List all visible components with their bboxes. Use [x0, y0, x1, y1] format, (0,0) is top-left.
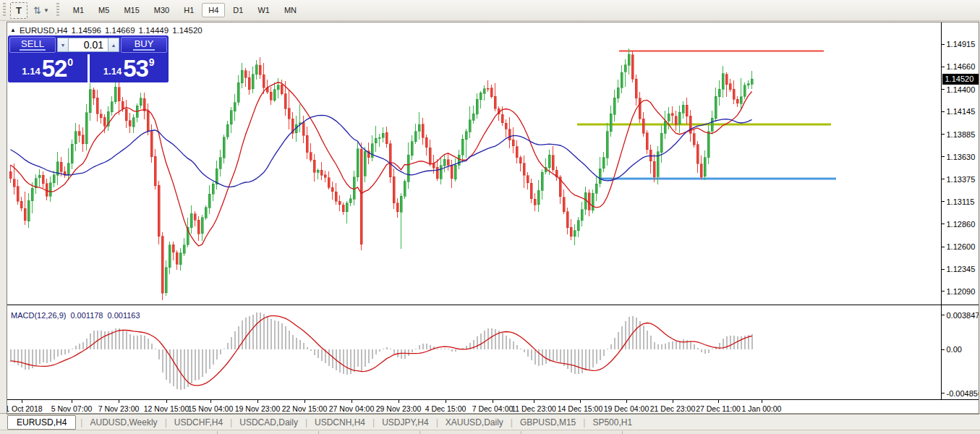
chart-tab-USDCNH-H4[interactable]: USDCNH,H4 — [312, 416, 368, 429]
symbol-period-label: EURUSD,H4 — [20, 26, 67, 35]
timeframe-MN[interactable]: MN — [278, 3, 303, 17]
text-tool-button[interactable]: T — [10, 2, 27, 19]
svg-text:21 Dec 23:00: 21 Dec 23:00 — [650, 404, 696, 413]
swap-arrows-icon: ⇅ — [33, 5, 41, 16]
macd-indicator-label: MACD(12,26,9) 0.001178 0.001163 — [11, 311, 140, 320]
svg-text:-0.004856: -0.004856 — [947, 389, 979, 398]
close-value: 1.14520 — [172, 26, 203, 35]
tab-separator: | — [372, 417, 375, 427]
timeframe-H1[interactable]: H1 — [177, 3, 200, 17]
tab-separator: | — [583, 417, 585, 427]
tab-separator: | — [305, 417, 307, 427]
svg-text:19 Dec 04:00: 19 Dec 04:00 — [604, 404, 649, 413]
chevron-down-icon: ▼ — [43, 7, 49, 14]
svg-text:1.13630: 1.13630 — [947, 153, 976, 161]
buy-price-display[interactable]: 1.14 53 9 — [90, 54, 169, 82]
svg-text:1.13115: 1.13115 — [947, 197, 975, 206]
macd-signal-value: 0.001163 — [108, 311, 140, 320]
svg-text:1.12860: 1.12860 — [947, 220, 976, 229]
status-notch — [217, 431, 218, 434]
chart-tab-USDCHF-H4[interactable]: USDCHF,H4 — [171, 416, 226, 429]
svg-text:11 Dec 23:00: 11 Dec 23:00 — [511, 404, 556, 413]
chart-tab-USDCAD-Daily[interactable]: USDCAD,Daily — [237, 416, 301, 429]
svg-text:4 Dec 15:00: 4 Dec 15:00 — [425, 404, 466, 413]
timeframe-M1[interactable]: M1 — [67, 3, 90, 17]
toolbar-grip-2 — [56, 3, 59, 17]
svg-text:1.12090: 1.12090 — [947, 287, 976, 296]
sell-button[interactable]: SELL — [9, 37, 56, 53]
chart-tab-EURUSD-H4[interactable]: EURUSD,H4 — [7, 415, 76, 430]
top-toolbar: T ⇅ ▼ M1M5M15M30H1H4D1W1MN — [0, 0, 980, 21]
svg-text:12 Nov 15:00: 12 Nov 15:00 — [144, 404, 189, 413]
svg-text:31 Oct 2018: 31 Oct 2018 — [7, 404, 43, 413]
svg-text:0.00: 0.00 — [947, 345, 962, 354]
lot-increase-button[interactable]: ▲ — [108, 38, 119, 52]
object-sort-button[interactable]: ⇅ ▼ — [30, 2, 52, 19]
status-strip — [0, 430, 980, 434]
svg-text:1.13375: 1.13375 — [947, 175, 976, 184]
chart-tab-AUDUSD-Weekly[interactable]: AUDUSD,Weekly — [87, 416, 160, 429]
status-notch — [419, 431, 420, 434]
chart-tab-SP500-H1[interactable]: SP500,H1 — [589, 416, 635, 429]
chart-tab-XAUUSD-Daily[interactable]: XAUUSD,Daily — [443, 416, 506, 429]
chart-symbol-header: ▲ EURUSD,H4 1.14596 1.14669 1.14449 1.14… — [10, 26, 203, 35]
timeframe-H4[interactable]: H4 — [202, 3, 225, 17]
timeframe-W1[interactable]: W1 — [251, 3, 276, 17]
status-notch — [521, 431, 521, 434]
tab-separator: | — [230, 417, 232, 427]
collapse-triangle-icon[interactable]: ▲ — [10, 27, 16, 33]
one-click-trading-panel: SELL ▼ ▲ BUY 1.14 52 0 1.14 53 9 — [8, 35, 169, 82]
tab-separator: | — [165, 417, 167, 427]
lot-size-input[interactable] — [69, 38, 108, 52]
svg-text:1 Jan 00:00: 1 Jan 00:00 — [742, 404, 782, 413]
svg-text:29 Nov 23:00: 29 Nov 23:00 — [376, 404, 422, 413]
svg-text:1.12345: 1.12345 — [947, 265, 976, 273]
svg-text:19 Nov 23:00: 19 Nov 23:00 — [235, 404, 281, 413]
timeframe-D1[interactable]: D1 — [226, 3, 250, 17]
svg-text:7 Nov 23:00: 7 Nov 23:00 — [98, 404, 140, 413]
buy-button[interactable]: BUY — [121, 37, 167, 53]
status-notch — [318, 431, 319, 434]
macd-name: MACD(12,26,9) — [11, 311, 66, 320]
svg-text:15 Nov 04:00: 15 Nov 04:00 — [188, 404, 234, 413]
timeframe-M5[interactable]: M5 — [92, 3, 116, 17]
open-value: 1.14596 — [71, 26, 101, 35]
svg-text:1.14400: 1.14400 — [947, 85, 976, 94]
tab-separator: | — [80, 417, 82, 427]
svg-text:0.003847: 0.003847 — [947, 311, 979, 320]
svg-text:1.14660: 1.14660 — [947, 62, 976, 71]
svg-text:27 Nov 04:00: 27 Nov 04:00 — [329, 404, 375, 413]
toolbar-grip — [3, 3, 6, 17]
status-notch — [622, 431, 623, 434]
svg-text:14 Dec 15:00: 14 Dec 15:00 — [558, 404, 603, 413]
chart-tab-bar: EURUSD,H4|AUDUSD,Weekly|USDCHF,H4|USDCAD… — [0, 414, 980, 430]
svg-text:1.13885: 1.13885 — [947, 130, 976, 139]
sell-price-display[interactable]: 1.14 52 0 — [8, 54, 90, 82]
macd-main-value: 0.001178 — [70, 311, 103, 320]
svg-text:22 Nov 15:00: 22 Nov 15:00 — [282, 404, 328, 413]
svg-text:1.12600: 1.12600 — [947, 242, 976, 251]
high-value: 1.14669 — [105, 26, 135, 35]
low-value: 1.14449 — [139, 26, 169, 35]
svg-text:7 Dec 04:00: 7 Dec 04:00 — [472, 404, 514, 413]
svg-text:1.14520: 1.14520 — [945, 75, 974, 83]
svg-text:27 Dec 11:00: 27 Dec 11:00 — [696, 404, 741, 413]
timeframe-M15[interactable]: M15 — [117, 3, 145, 17]
svg-text:1.14145: 1.14145 — [947, 107, 976, 116]
tab-separator: | — [511, 417, 513, 427]
timeframe-toolbar: M1M5M15M30H1H4D1W1MN — [67, 3, 303, 17]
svg-text:5 Nov 07:00: 5 Nov 07:00 — [51, 404, 93, 413]
chart-window: 1.149151.146601.144001.141451.138851.136… — [7, 22, 979, 414]
timeframe-M30[interactable]: M30 — [148, 3, 176, 17]
chart-tab-USDJPY-H4[interactable]: USDJPY,H4 — [379, 416, 431, 429]
chart-tab-GBPUSD-M15[interactable]: GBPUSD,M15 — [517, 416, 579, 429]
tab-separator: | — [436, 417, 438, 427]
svg-text:1.14915: 1.14915 — [947, 40, 976, 48]
lot-decrease-button[interactable]: ▼ — [57, 38, 69, 52]
